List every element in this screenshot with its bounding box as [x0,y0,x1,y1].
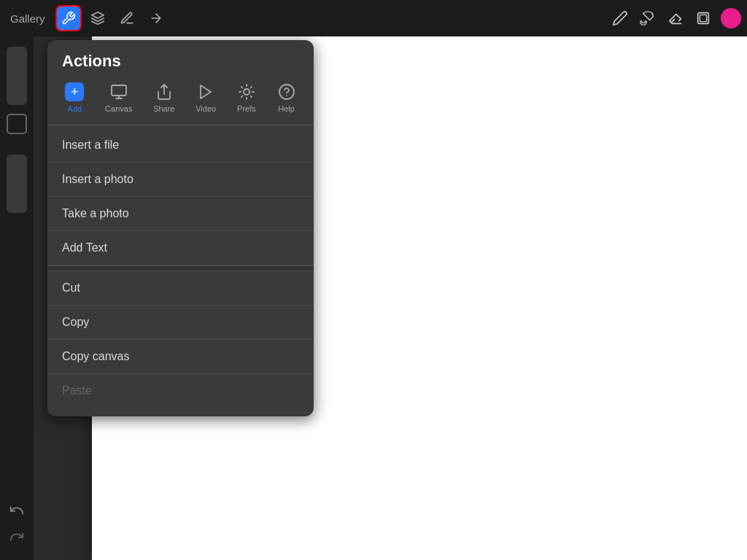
redo-button[interactable] [8,528,26,545]
canvas-tab-icon [109,82,128,101]
layers-button[interactable] [693,8,713,28]
top-toolbar: Gallery [0,0,747,36]
tab-share[interactable]: Share [147,79,180,116]
tab-canvas[interactable]: Canvas [99,79,138,116]
tab-help[interactable]: Help [271,79,302,116]
actions-panel: Actions + Add Canvas [47,40,314,416]
help-tab-icon [277,82,296,101]
svg-marker-3 [201,85,211,98]
brush-size-slider[interactable] [7,47,27,105]
modify-tool-button[interactable] [85,5,111,31]
paste-item[interactable]: Paste [47,374,314,408]
script-tool-button[interactable] [114,5,140,31]
gallery-button[interactable]: Gallery [6,9,50,28]
take-photo-item[interactable]: Take a photo [47,197,314,231]
actions-title: Actions [47,40,314,79]
help-tab-label: Help [278,104,295,113]
svg-point-5 [279,85,294,99]
copy-item[interactable]: Copy [47,306,314,340]
left-sidebar [0,36,34,560]
prefs-tab-label: Prefs [237,104,256,113]
toolbar-right [610,8,741,28]
eraser-tool-button[interactable] [665,8,686,28]
share-tab-label: Share [153,104,174,113]
svg-rect-2 [112,85,126,96]
pen-tool-button[interactable] [610,8,630,28]
brush-tool-button[interactable] [638,8,658,28]
cut-item[interactable]: Cut [47,271,314,306]
prefs-tab-icon [237,82,256,101]
canvas-tab-label: Canvas [105,104,132,113]
add-tab-label: Add [68,104,82,113]
video-tab-label: Video [196,104,216,113]
video-tab-icon [196,82,215,101]
add-text-item[interactable]: Add Text [47,231,314,265]
user-avatar[interactable] [721,8,741,28]
copy-canvas-item[interactable]: Copy canvas [47,340,314,374]
tab-prefs[interactable]: Prefs [231,79,262,116]
opacity-slider[interactable] [7,155,27,213]
actions-menu-list: Insert a file Insert a photo Take a phot… [47,125,314,411]
insert-photo-item[interactable]: Insert a photo [47,163,314,197]
undo-button[interactable] [8,502,26,519]
svg-point-4 [244,89,249,95]
menu-separator [47,265,314,271]
wrench-tool-button[interactable] [55,5,82,31]
svg-rect-1 [700,15,706,21]
color-swatch[interactable] [7,114,27,134]
insert-file-item[interactable]: Insert a file [47,128,314,163]
tab-video[interactable]: Video [190,79,222,116]
actions-tabs: + Add Canvas Share [47,79,314,125]
arrow-tool-button[interactable] [143,5,169,31]
share-tab-icon [155,82,174,101]
add-tab-icon: + [65,82,84,101]
tab-add[interactable]: + Add [59,79,90,116]
svg-point-6 [286,95,287,96]
